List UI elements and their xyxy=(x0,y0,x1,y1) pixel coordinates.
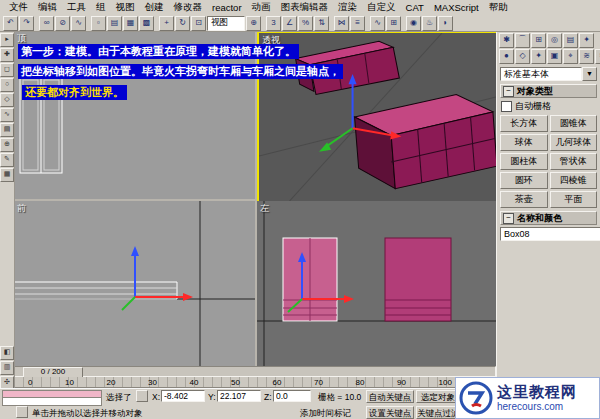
tab-motion[interactable]: ◎ xyxy=(547,33,562,48)
quick-render-icon[interactable]: ◗ xyxy=(438,16,453,31)
cat-helpers[interactable]: ⌖ xyxy=(563,49,578,64)
object-name-field[interactable] xyxy=(500,227,600,241)
cat-spacewarps[interactable]: ≋ xyxy=(579,49,594,64)
left-toolbar-icon[interactable]: ⊕ xyxy=(0,138,14,152)
left-toolbar-icon[interactable]: ✚ xyxy=(0,48,14,62)
menu-item-customize[interactable]: 自定义 xyxy=(362,1,401,14)
plane-button[interactable]: 平面 xyxy=(550,191,598,208)
listener-script-row[interactable] xyxy=(2,397,102,406)
cat-systems[interactable]: ✱ xyxy=(595,49,600,64)
select-object-icon[interactable]: ▫ xyxy=(91,16,106,31)
left-toolbar-icon[interactable]: ○ xyxy=(0,78,14,92)
select-rotate-icon[interactable]: ↻ xyxy=(175,16,190,31)
time-slider[interactable]: 0 / 200 xyxy=(14,366,496,377)
cylinder-button[interactable]: 圆柱体 xyxy=(500,153,548,170)
chevron-down-icon[interactable]: ▼ xyxy=(582,67,597,81)
left-toolbar-icon[interactable]: ▤ xyxy=(0,123,14,137)
angle-snap-icon[interactable]: ∠ xyxy=(282,16,297,31)
primitive-category-dropdown[interactable]: 标准基本体 ▼ xyxy=(500,67,597,81)
menu-item-group[interactable]: 组 xyxy=(91,1,111,14)
torus-button[interactable]: 圆环 xyxy=(500,172,548,189)
redo-icon[interactable]: ↷ xyxy=(19,16,34,31)
tab-utilities[interactable]: ✦ xyxy=(579,33,594,48)
box-button[interactable]: 长方体 xyxy=(500,115,548,132)
cat-cameras[interactable]: ▣ xyxy=(547,49,562,64)
sphere-button[interactable]: 球体 xyxy=(500,134,548,151)
z-coord-field[interactable] xyxy=(273,390,311,402)
undo-icon[interactable]: ↶ xyxy=(3,16,18,31)
use-pivot-icon[interactable]: ⊕ xyxy=(246,16,261,31)
ref-coord-dropdown[interactable]: 视图 xyxy=(207,16,245,31)
left-toolbar-icon[interactable]: ◻ xyxy=(0,63,14,77)
listener-macro-row[interactable] xyxy=(2,390,102,397)
menu-item-animation[interactable]: 动画 xyxy=(247,1,276,14)
unlink-icon[interactable]: ⊘ xyxy=(55,16,70,31)
left-toolbar-icon[interactable]: ◧ xyxy=(0,346,14,360)
menu-item-help[interactable]: 帮助 xyxy=(484,1,513,14)
spinner-snap-icon[interactable]: ⇅ xyxy=(314,16,329,31)
select-scale-icon[interactable]: ⊡ xyxy=(191,16,206,31)
rollout-name-color[interactable]: − 名称和颜色 xyxy=(500,211,597,225)
geosphere-button[interactable]: 几何球体 xyxy=(550,134,598,151)
tab-display[interactable]: ▤ xyxy=(563,33,578,48)
select-by-name-icon[interactable]: ▤ xyxy=(107,16,122,31)
material-editor-icon[interactable]: ◉ xyxy=(406,16,421,31)
menu-item-views[interactable]: 视图 xyxy=(111,1,140,14)
menu-item-rendering[interactable]: 渲染 xyxy=(333,1,362,14)
menu-item-maxscript[interactable]: MAXScript xyxy=(429,2,484,13)
left-toolbar-icon[interactable]: ∿ xyxy=(0,108,14,122)
left-toolbar-icon[interactable]: ▦ xyxy=(0,168,14,182)
align-icon[interactable]: ≡ xyxy=(350,16,365,31)
schematic-view-icon[interactable]: ⊞ xyxy=(386,16,401,31)
tab-modify[interactable]: ⌒ xyxy=(515,33,530,48)
teapot-button[interactable]: 茶壶 xyxy=(500,191,548,208)
menu-item-reactor[interactable]: reactor xyxy=(207,2,247,13)
auto-key-button[interactable]: 自动关键点 xyxy=(366,390,414,403)
menu-item-tools[interactable]: 工具 xyxy=(62,1,91,14)
select-move-icon[interactable]: + xyxy=(159,16,174,31)
key-mode-button[interactable]: 选定对象 xyxy=(416,390,460,403)
pyramid-button[interactable]: 四棱锥 xyxy=(550,172,598,189)
rollout-object-type[interactable]: − 对象类型 xyxy=(500,84,597,98)
menu-item-modifiers[interactable]: 修改器 xyxy=(169,1,208,14)
menu-item-edit[interactable]: 编辑 xyxy=(33,1,62,14)
cat-geometry[interactable]: ● xyxy=(499,49,514,64)
percent-snap-icon[interactable]: % xyxy=(298,16,313,31)
autogrid-label: 自动栅格 xyxy=(515,100,551,113)
y-coord-field[interactable] xyxy=(217,390,261,402)
cone-button[interactable]: 圆锥体 xyxy=(550,115,598,132)
bind-spacewarp-icon[interactable]: ∿ xyxy=(71,16,86,31)
toolbar-separator xyxy=(330,17,333,30)
render-setup-icon[interactable]: ♨ xyxy=(422,16,437,31)
menu-item-cat[interactable]: CAT xyxy=(401,2,429,13)
left-toolbar-icon[interactable]: ◇ xyxy=(0,93,14,107)
mirror-icon[interactable]: ⋈ xyxy=(334,16,349,31)
curve-editor-icon[interactable]: ∿ xyxy=(370,16,385,31)
viewport-left[interactable]: 左 xyxy=(257,201,496,366)
autogrid-checkbox[interactable] xyxy=(501,101,512,112)
set-key-button[interactable]: 设置关键点 xyxy=(366,406,414,419)
crossing-icon[interactable]: ▩ xyxy=(139,16,154,31)
track-bar[interactable]: 0 10 20 30 40 50 60 70 80 90 100 xyxy=(14,377,496,388)
annotation-line: 把坐标轴移到如图位置。毕竟火车拐弯时车厢与车厢之间是轴点， xyxy=(18,64,343,79)
left-toolbar-icon[interactable]: ✎ xyxy=(0,153,14,167)
add-time-tag[interactable]: 添加时间标记 xyxy=(300,407,351,419)
left-toolbar-icon[interactable]: ▸ xyxy=(0,33,14,47)
viewport-front[interactable]: 前 xyxy=(14,201,255,366)
tab-create[interactable]: ✱ xyxy=(499,33,514,48)
left-toolbar-icon[interactable]: ▥ xyxy=(0,361,14,375)
menu-item-file[interactable]: 文件 xyxy=(4,1,33,14)
snap-toggle-icon[interactable]: 3 xyxy=(266,16,281,31)
link-icon[interactable]: ∞ xyxy=(39,16,54,31)
region-rect-icon[interactable]: ▦ xyxy=(123,16,138,31)
selection-lock-icon[interactable] xyxy=(136,390,148,402)
menu-item-graph-editors[interactable]: 图表编辑器 xyxy=(276,1,334,14)
key-filters-button[interactable]: 关键点过滤器... xyxy=(416,406,460,419)
tube-button[interactable]: 管状体 xyxy=(550,153,598,170)
cat-shapes[interactable]: ◇ xyxy=(515,49,530,64)
tab-hierarchy[interactable]: ⊞ xyxy=(531,33,546,48)
cat-lights[interactable]: ✦ xyxy=(531,49,546,64)
maxscript-mini-listener[interactable] xyxy=(2,390,102,406)
menu-item-create[interactable]: 创建 xyxy=(140,1,169,14)
x-coord-field[interactable] xyxy=(161,390,205,402)
